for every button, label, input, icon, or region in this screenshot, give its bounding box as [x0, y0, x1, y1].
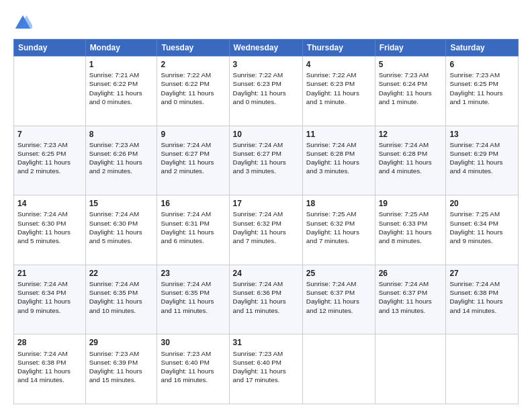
calendar-cell: 22Sunrise: 7:24 AM Sunset: 6:35 PM Dayli… — [85, 265, 157, 334]
day-info: Sunrise: 7:23 AM Sunset: 6:24 PM Dayligh… — [379, 71, 443, 106]
calendar-cell: 28Sunrise: 7:24 AM Sunset: 6:38 PM Dayli… — [14, 334, 86, 404]
calendar-cell: 10Sunrise: 7:24 AM Sunset: 6:27 PM Dayli… — [229, 126, 302, 195]
day-info: Sunrise: 7:24 AM Sunset: 6:34 PM Dayligh… — [17, 279, 82, 315]
calendar-cell — [375, 334, 446, 404]
calendar-cell: 19Sunrise: 7:25 AM Sunset: 6:33 PM Dayli… — [375, 195, 446, 265]
calendar-cell: 16Sunrise: 7:24 AM Sunset: 6:31 PM Dayli… — [157, 195, 229, 265]
day-number: 24 — [233, 268, 299, 279]
calendar-cell: 24Sunrise: 7:24 AM Sunset: 6:36 PM Dayli… — [229, 265, 302, 334]
day-info: Sunrise: 7:23 AM Sunset: 6:25 PM Dayligh… — [449, 71, 515, 106]
calendar-cell: 20Sunrise: 7:25 AM Sunset: 6:34 PM Dayli… — [446, 195, 519, 265]
day-info: Sunrise: 7:23 AM Sunset: 6:40 PM Dayligh… — [161, 349, 225, 385]
day-info: Sunrise: 7:24 AM Sunset: 6:30 PM Dayligh… — [17, 210, 82, 245]
day-info: Sunrise: 7:24 AM Sunset: 6:36 PM Dayligh… — [233, 279, 299, 315]
day-number: 31 — [233, 337, 299, 348]
day-number: 8 — [89, 129, 154, 140]
day-info: Sunrise: 7:22 AM Sunset: 6:23 PM Dayligh… — [233, 71, 299, 106]
calendar-header-sunday: Sunday — [14, 40, 86, 56]
day-info: Sunrise: 7:23 AM Sunset: 6:26 PM Dayligh… — [89, 140, 154, 176]
logo-icon — [13, 13, 32, 32]
day-info: Sunrise: 7:24 AM Sunset: 6:35 PM Dayligh… — [161, 279, 225, 315]
calendar-week-1: 1Sunrise: 7:21 AM Sunset: 6:22 PM Daylig… — [14, 56, 519, 126]
day-info: Sunrise: 7:23 AM Sunset: 6:25 PM Dayligh… — [17, 140, 82, 176]
calendar-cell: 3Sunrise: 7:22 AM Sunset: 6:23 PM Daylig… — [229, 56, 302, 126]
day-number: 7 — [17, 129, 82, 140]
calendar-week-5: 28Sunrise: 7:24 AM Sunset: 6:38 PM Dayli… — [14, 334, 519, 404]
day-number: 30 — [161, 337, 225, 348]
calendar-cell: 8Sunrise: 7:23 AM Sunset: 6:26 PM Daylig… — [85, 126, 157, 195]
day-info: Sunrise: 7:25 AM Sunset: 6:34 PM Dayligh… — [449, 210, 515, 245]
day-number: 1 — [89, 59, 154, 70]
calendar-cell: 21Sunrise: 7:24 AM Sunset: 6:34 PM Dayli… — [14, 265, 86, 334]
calendar-cell: 15Sunrise: 7:24 AM Sunset: 6:30 PM Dayli… — [85, 195, 157, 265]
day-info: Sunrise: 7:24 AM Sunset: 6:27 PM Dayligh… — [233, 140, 299, 176]
calendar-header-monday: Monday — [85, 40, 157, 56]
day-number: 18 — [306, 198, 371, 209]
calendar-cell: 6Sunrise: 7:23 AM Sunset: 6:25 PM Daylig… — [446, 56, 519, 126]
day-info: Sunrise: 7:24 AM Sunset: 6:35 PM Dayligh… — [89, 279, 154, 315]
calendar-cell: 18Sunrise: 7:25 AM Sunset: 6:32 PM Dayli… — [302, 195, 375, 265]
calendar-cell — [14, 56, 86, 126]
calendar-cell: 29Sunrise: 7:23 AM Sunset: 6:39 PM Dayli… — [85, 334, 157, 404]
day-info: Sunrise: 7:24 AM Sunset: 6:29 PM Dayligh… — [449, 140, 515, 176]
day-info: Sunrise: 7:25 AM Sunset: 6:33 PM Dayligh… — [379, 210, 443, 245]
calendar-cell — [446, 334, 519, 404]
day-info: Sunrise: 7:23 AM Sunset: 6:40 PM Dayligh… — [233, 349, 299, 385]
day-info: Sunrise: 7:24 AM Sunset: 6:30 PM Dayligh… — [89, 210, 154, 245]
day-number: 27 — [449, 268, 515, 279]
calendar-cell: 31Sunrise: 7:23 AM Sunset: 6:40 PM Dayli… — [229, 334, 302, 404]
day-number: 19 — [379, 198, 443, 209]
day-number: 6 — [449, 59, 515, 70]
day-info: Sunrise: 7:24 AM Sunset: 6:31 PM Dayligh… — [161, 210, 225, 245]
day-number: 28 — [17, 337, 82, 348]
calendar-week-4: 21Sunrise: 7:24 AM Sunset: 6:34 PM Dayli… — [14, 265, 519, 334]
day-number: 5 — [379, 59, 443, 70]
calendar-cell: 14Sunrise: 7:24 AM Sunset: 6:30 PM Dayli… — [14, 195, 86, 265]
calendar-cell: 25Sunrise: 7:24 AM Sunset: 6:37 PM Dayli… — [302, 265, 375, 334]
calendar-cell: 7Sunrise: 7:23 AM Sunset: 6:25 PM Daylig… — [14, 126, 86, 195]
day-number: 21 — [17, 268, 82, 279]
day-info: Sunrise: 7:24 AM Sunset: 6:28 PM Dayligh… — [379, 140, 443, 176]
calendar-cell: 2Sunrise: 7:22 AM Sunset: 6:22 PM Daylig… — [157, 56, 229, 126]
calendar-cell: 11Sunrise: 7:24 AM Sunset: 6:28 PM Dayli… — [302, 126, 375, 195]
day-number: 2 — [161, 59, 225, 70]
day-number: 10 — [233, 129, 299, 140]
day-info: Sunrise: 7:24 AM Sunset: 6:32 PM Dayligh… — [233, 210, 299, 245]
day-number: 23 — [161, 268, 225, 279]
calendar-header-friday: Friday — [375, 40, 446, 56]
calendar-cell: 12Sunrise: 7:24 AM Sunset: 6:28 PM Dayli… — [375, 126, 446, 195]
day-info: Sunrise: 7:25 AM Sunset: 6:32 PM Dayligh… — [306, 210, 371, 245]
day-number: 25 — [306, 268, 371, 279]
calendar-week-2: 7Sunrise: 7:23 AM Sunset: 6:25 PM Daylig… — [14, 126, 519, 195]
day-info: Sunrise: 7:22 AM Sunset: 6:23 PM Dayligh… — [306, 71, 371, 106]
calendar-cell: 1Sunrise: 7:21 AM Sunset: 6:22 PM Daylig… — [85, 56, 157, 126]
day-number: 4 — [306, 59, 371, 70]
day-number: 11 — [306, 129, 371, 140]
day-number: 3 — [233, 59, 299, 70]
calendar-cell: 9Sunrise: 7:24 AM Sunset: 6:27 PM Daylig… — [157, 126, 229, 195]
day-number: 14 — [17, 198, 82, 209]
day-number: 12 — [379, 129, 443, 140]
calendar-week-3: 14Sunrise: 7:24 AM Sunset: 6:30 PM Dayli… — [14, 195, 519, 265]
day-info: Sunrise: 7:24 AM Sunset: 6:27 PM Dayligh… — [161, 140, 225, 176]
calendar-header-thursday: Thursday — [302, 40, 375, 56]
day-info: Sunrise: 7:23 AM Sunset: 6:39 PM Dayligh… — [89, 349, 154, 385]
calendar: SundayMondayTuesdayWednesdayThursdayFrid… — [13, 39, 519, 404]
day-info: Sunrise: 7:24 AM Sunset: 6:38 PM Dayligh… — [449, 279, 515, 315]
calendar-cell — [302, 334, 375, 404]
day-info: Sunrise: 7:21 AM Sunset: 6:22 PM Dayligh… — [89, 71, 154, 106]
day-info: Sunrise: 7:24 AM Sunset: 6:38 PM Dayligh… — [17, 349, 82, 385]
day-number: 15 — [89, 198, 154, 209]
calendar-cell: 27Sunrise: 7:24 AM Sunset: 6:38 PM Dayli… — [446, 265, 519, 334]
day-number: 20 — [449, 198, 515, 209]
day-info: Sunrise: 7:24 AM Sunset: 6:28 PM Dayligh… — [306, 140, 371, 176]
calendar-cell: 26Sunrise: 7:24 AM Sunset: 6:37 PM Dayli… — [375, 265, 446, 334]
calendar-cell: 5Sunrise: 7:23 AM Sunset: 6:24 PM Daylig… — [375, 56, 446, 126]
calendar-cell: 23Sunrise: 7:24 AM Sunset: 6:35 PM Dayli… — [157, 265, 229, 334]
day-number: 16 — [161, 198, 225, 209]
day-info: Sunrise: 7:22 AM Sunset: 6:22 PM Dayligh… — [161, 71, 225, 106]
day-number: 29 — [89, 337, 154, 348]
day-number: 13 — [449, 129, 515, 140]
day-number: 22 — [89, 268, 154, 279]
day-number: 17 — [233, 198, 299, 209]
